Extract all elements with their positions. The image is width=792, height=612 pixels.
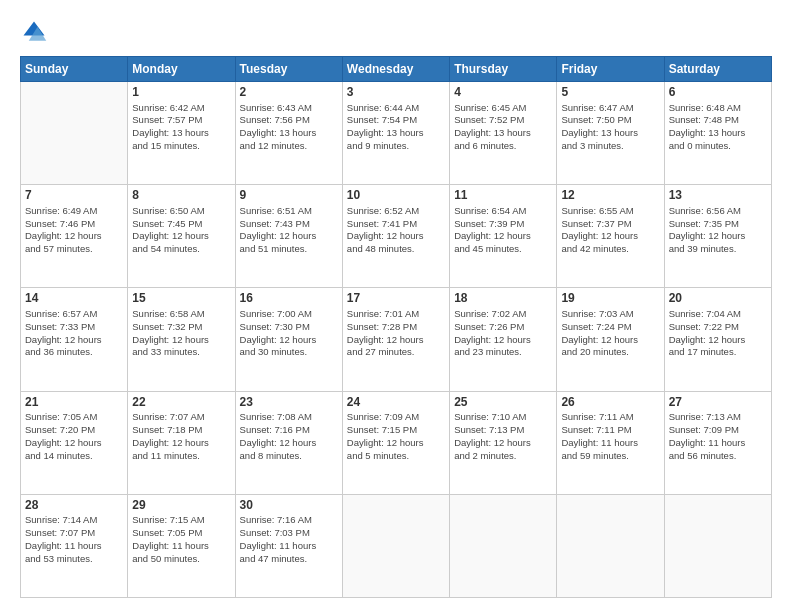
week-row-5: 28Sunrise: 7:14 AM Sunset: 7:07 PM Dayli…	[21, 494, 772, 597]
calendar-table: SundayMondayTuesdayWednesdayThursdayFrid…	[20, 56, 772, 598]
day-number: 27	[669, 395, 767, 411]
header	[20, 18, 772, 46]
calendar-cell: 30Sunrise: 7:16 AM Sunset: 7:03 PM Dayli…	[235, 494, 342, 597]
column-header-sunday: Sunday	[21, 57, 128, 82]
logo	[20, 18, 52, 46]
day-number: 8	[132, 188, 230, 204]
calendar-cell: 21Sunrise: 7:05 AM Sunset: 7:20 PM Dayli…	[21, 391, 128, 494]
calendar-cell: 5Sunrise: 6:47 AM Sunset: 7:50 PM Daylig…	[557, 82, 664, 185]
day-number: 6	[669, 85, 767, 101]
day-info: Sunrise: 7:16 AM Sunset: 7:03 PM Dayligh…	[240, 514, 338, 565]
calendar-cell: 17Sunrise: 7:01 AM Sunset: 7:28 PM Dayli…	[342, 288, 449, 391]
calendar-cell: 6Sunrise: 6:48 AM Sunset: 7:48 PM Daylig…	[664, 82, 771, 185]
calendar-cell: 8Sunrise: 6:50 AM Sunset: 7:45 PM Daylig…	[128, 185, 235, 288]
day-number: 22	[132, 395, 230, 411]
day-number: 4	[454, 85, 552, 101]
day-number: 21	[25, 395, 123, 411]
day-info: Sunrise: 6:49 AM Sunset: 7:46 PM Dayligh…	[25, 205, 123, 256]
calendar-cell: 10Sunrise: 6:52 AM Sunset: 7:41 PM Dayli…	[342, 185, 449, 288]
day-number: 10	[347, 188, 445, 204]
calendar-cell: 11Sunrise: 6:54 AM Sunset: 7:39 PM Dayli…	[450, 185, 557, 288]
calendar-cell: 12Sunrise: 6:55 AM Sunset: 7:37 PM Dayli…	[557, 185, 664, 288]
day-info: Sunrise: 6:43 AM Sunset: 7:56 PM Dayligh…	[240, 102, 338, 153]
calendar-cell: 18Sunrise: 7:02 AM Sunset: 7:26 PM Dayli…	[450, 288, 557, 391]
calendar-cell: 29Sunrise: 7:15 AM Sunset: 7:05 PM Dayli…	[128, 494, 235, 597]
calendar-cell: 28Sunrise: 7:14 AM Sunset: 7:07 PM Dayli…	[21, 494, 128, 597]
column-header-saturday: Saturday	[664, 57, 771, 82]
calendar-cell	[664, 494, 771, 597]
calendar-cell: 13Sunrise: 6:56 AM Sunset: 7:35 PM Dayli…	[664, 185, 771, 288]
calendar-cell: 3Sunrise: 6:44 AM Sunset: 7:54 PM Daylig…	[342, 82, 449, 185]
day-info: Sunrise: 7:01 AM Sunset: 7:28 PM Dayligh…	[347, 308, 445, 359]
day-number: 2	[240, 85, 338, 101]
day-number: 11	[454, 188, 552, 204]
calendar-cell: 26Sunrise: 7:11 AM Sunset: 7:11 PM Dayli…	[557, 391, 664, 494]
day-info: Sunrise: 6:55 AM Sunset: 7:37 PM Dayligh…	[561, 205, 659, 256]
day-info: Sunrise: 7:04 AM Sunset: 7:22 PM Dayligh…	[669, 308, 767, 359]
calendar-cell	[450, 494, 557, 597]
day-info: Sunrise: 7:08 AM Sunset: 7:16 PM Dayligh…	[240, 411, 338, 462]
day-info: Sunrise: 6:56 AM Sunset: 7:35 PM Dayligh…	[669, 205, 767, 256]
calendar-cell: 25Sunrise: 7:10 AM Sunset: 7:13 PM Dayli…	[450, 391, 557, 494]
column-header-wednesday: Wednesday	[342, 57, 449, 82]
calendar-cell	[557, 494, 664, 597]
day-info: Sunrise: 6:42 AM Sunset: 7:57 PM Dayligh…	[132, 102, 230, 153]
calendar-cell: 2Sunrise: 6:43 AM Sunset: 7:56 PM Daylig…	[235, 82, 342, 185]
day-number: 16	[240, 291, 338, 307]
calendar-cell: 1Sunrise: 6:42 AM Sunset: 7:57 PM Daylig…	[128, 82, 235, 185]
day-number: 1	[132, 85, 230, 101]
day-info: Sunrise: 7:15 AM Sunset: 7:05 PM Dayligh…	[132, 514, 230, 565]
day-number: 25	[454, 395, 552, 411]
day-info: Sunrise: 7:00 AM Sunset: 7:30 PM Dayligh…	[240, 308, 338, 359]
calendar-cell: 9Sunrise: 6:51 AM Sunset: 7:43 PM Daylig…	[235, 185, 342, 288]
day-number: 5	[561, 85, 659, 101]
week-row-4: 21Sunrise: 7:05 AM Sunset: 7:20 PM Dayli…	[21, 391, 772, 494]
day-number: 17	[347, 291, 445, 307]
day-info: Sunrise: 7:07 AM Sunset: 7:18 PM Dayligh…	[132, 411, 230, 462]
day-number: 12	[561, 188, 659, 204]
day-info: Sunrise: 7:02 AM Sunset: 7:26 PM Dayligh…	[454, 308, 552, 359]
calendar-cell: 24Sunrise: 7:09 AM Sunset: 7:15 PM Dayli…	[342, 391, 449, 494]
day-info: Sunrise: 6:57 AM Sunset: 7:33 PM Dayligh…	[25, 308, 123, 359]
column-header-monday: Monday	[128, 57, 235, 82]
header-row: SundayMondayTuesdayWednesdayThursdayFrid…	[21, 57, 772, 82]
day-number: 23	[240, 395, 338, 411]
day-number: 20	[669, 291, 767, 307]
calendar-cell: 15Sunrise: 6:58 AM Sunset: 7:32 PM Dayli…	[128, 288, 235, 391]
day-info: Sunrise: 6:54 AM Sunset: 7:39 PM Dayligh…	[454, 205, 552, 256]
day-number: 24	[347, 395, 445, 411]
calendar-cell: 22Sunrise: 7:07 AM Sunset: 7:18 PM Dayli…	[128, 391, 235, 494]
calendar-cell: 20Sunrise: 7:04 AM Sunset: 7:22 PM Dayli…	[664, 288, 771, 391]
day-number: 18	[454, 291, 552, 307]
day-info: Sunrise: 7:14 AM Sunset: 7:07 PM Dayligh…	[25, 514, 123, 565]
day-info: Sunrise: 7:05 AM Sunset: 7:20 PM Dayligh…	[25, 411, 123, 462]
day-number: 26	[561, 395, 659, 411]
day-info: Sunrise: 7:10 AM Sunset: 7:13 PM Dayligh…	[454, 411, 552, 462]
day-info: Sunrise: 6:44 AM Sunset: 7:54 PM Dayligh…	[347, 102, 445, 153]
day-info: Sunrise: 7:09 AM Sunset: 7:15 PM Dayligh…	[347, 411, 445, 462]
week-row-1: 1Sunrise: 6:42 AM Sunset: 7:57 PM Daylig…	[21, 82, 772, 185]
day-info: Sunrise: 6:50 AM Sunset: 7:45 PM Dayligh…	[132, 205, 230, 256]
page: SundayMondayTuesdayWednesdayThursdayFrid…	[0, 0, 792, 612]
column-header-friday: Friday	[557, 57, 664, 82]
day-info: Sunrise: 7:11 AM Sunset: 7:11 PM Dayligh…	[561, 411, 659, 462]
logo-icon	[20, 18, 48, 46]
column-header-tuesday: Tuesday	[235, 57, 342, 82]
day-info: Sunrise: 7:13 AM Sunset: 7:09 PM Dayligh…	[669, 411, 767, 462]
day-number: 3	[347, 85, 445, 101]
calendar-cell: 14Sunrise: 6:57 AM Sunset: 7:33 PM Dayli…	[21, 288, 128, 391]
day-number: 15	[132, 291, 230, 307]
calendar-cell	[342, 494, 449, 597]
day-number: 13	[669, 188, 767, 204]
week-row-3: 14Sunrise: 6:57 AM Sunset: 7:33 PM Dayli…	[21, 288, 772, 391]
column-header-thursday: Thursday	[450, 57, 557, 82]
day-number: 14	[25, 291, 123, 307]
calendar-cell: 27Sunrise: 7:13 AM Sunset: 7:09 PM Dayli…	[664, 391, 771, 494]
day-number: 28	[25, 498, 123, 514]
day-number: 19	[561, 291, 659, 307]
calendar-cell: 4Sunrise: 6:45 AM Sunset: 7:52 PM Daylig…	[450, 82, 557, 185]
calendar-cell: 23Sunrise: 7:08 AM Sunset: 7:16 PM Dayli…	[235, 391, 342, 494]
week-row-2: 7Sunrise: 6:49 AM Sunset: 7:46 PM Daylig…	[21, 185, 772, 288]
day-number: 7	[25, 188, 123, 204]
day-info: Sunrise: 6:48 AM Sunset: 7:48 PM Dayligh…	[669, 102, 767, 153]
